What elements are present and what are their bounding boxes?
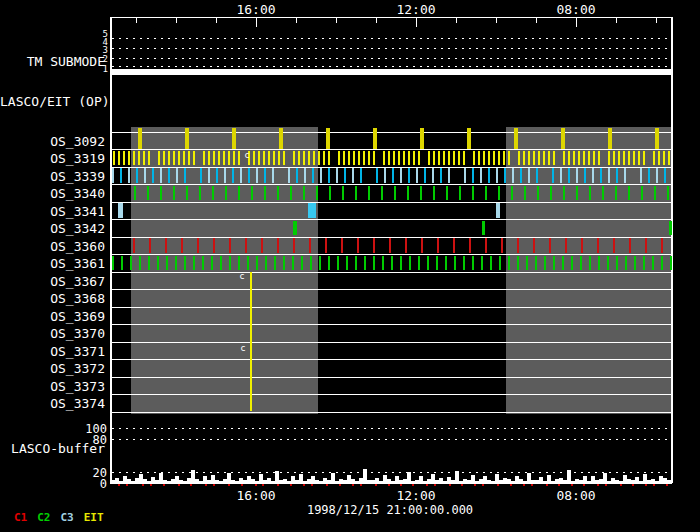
os-activity-bar [188, 151, 190, 166]
time-tick [576, 18, 577, 27]
os-activity-bar [472, 168, 474, 183]
os-activity-bar [304, 168, 306, 183]
buffer-red-dot [400, 484, 402, 486]
buffer-red-dot [213, 484, 215, 486]
os-row-separator [110, 359, 672, 360]
buffer-red-dot [632, 484, 634, 486]
os-activity-bar [344, 168, 346, 183]
os-activity-bar [118, 203, 123, 218]
instrument-legend: C1C2C3EIT [14, 511, 114, 524]
os-activity-bar [424, 168, 426, 183]
buffer-red-dot [571, 484, 573, 486]
os-activity-bar [216, 168, 218, 183]
os-activity-bar [403, 151, 405, 166]
os-activity-bar [303, 151, 305, 166]
os-activity-bar [238, 256, 240, 271]
os-activity-bar [533, 151, 535, 166]
buffer-red-dot [546, 484, 548, 486]
os-row-label: OS_3372 [0, 361, 105, 376]
os-activity-bar [310, 256, 312, 271]
os-activity-bar [363, 151, 365, 166]
bottom-time-label: 12:00 [396, 488, 435, 503]
os-activity-bar [133, 238, 135, 253]
os-activity-bar [625, 256, 627, 271]
os-activity-bar [528, 151, 530, 166]
os-activity-bar [113, 151, 115, 166]
os-activity-bar [309, 238, 311, 253]
os-activity-bar [329, 186, 331, 201]
os-activity-bar [407, 186, 409, 201]
os-activity-bar [168, 151, 170, 166]
os-activity-bar [550, 186, 552, 201]
os-activity-bar [232, 128, 236, 149]
os-activity-bar [440, 168, 442, 183]
buffer-red-dot [303, 484, 305, 486]
os-row-separator [110, 202, 672, 203]
os-activity-bar [343, 151, 345, 166]
legend-item-c2: C2 [37, 511, 50, 524]
os-activity-bar [400, 256, 402, 271]
os-activity-bar [123, 151, 125, 166]
os-activity-bar [634, 256, 636, 271]
tm-scale-label: 2 [94, 55, 108, 64]
os-activity-bar [616, 168, 618, 183]
buffer-red-dot [290, 484, 292, 486]
os-activity-bar [176, 168, 178, 183]
os-activity-bar [667, 186, 669, 201]
os-activity-bar [232, 168, 234, 183]
buffer-red-dot [163, 484, 165, 486]
os-activity-bar [268, 151, 270, 166]
os-activity-bar [233, 151, 235, 166]
buffer-red-dot [311, 484, 313, 486]
tm-submode-gridline [112, 58, 670, 60]
event-marker: c [240, 344, 245, 353]
os-activity-bar [467, 128, 471, 149]
os-activity-bar [134, 186, 136, 201]
os-activity-bar [278, 151, 280, 166]
os-activity-bar [652, 256, 654, 271]
buffer-red-dot [434, 484, 436, 486]
os-row-label: OS_3342 [0, 221, 105, 236]
buffer-red-dot [228, 484, 230, 486]
buffer-red-dot [412, 484, 414, 486]
os-activity-bar [498, 186, 500, 201]
os-activity-bar [316, 186, 318, 201]
os-activity-bar [633, 151, 635, 166]
os-activity-bar [384, 168, 386, 183]
buffer-red-dot [150, 484, 152, 486]
os-activity-bar [229, 238, 231, 253]
os-activity-bar [184, 168, 186, 183]
os-activity-bar [443, 151, 445, 166]
os-activity-bar [338, 151, 340, 166]
os-activity-bar [517, 238, 519, 253]
buffer-red-dot [360, 484, 362, 486]
top-axis-line [110, 17, 672, 18]
os-activity-bar [138, 128, 142, 149]
os-row-label: OS_3361 [0, 256, 105, 271]
os-row-label: OS_3319 [0, 151, 105, 166]
os-activity-bar [562, 256, 564, 271]
os-activity-bar [274, 256, 276, 271]
os-activity-bar [535, 256, 537, 271]
os-activity-bar [498, 151, 500, 166]
os-activity-bar [248, 168, 250, 183]
legend-item-c1: C1 [14, 511, 27, 524]
buffer-red-dot [277, 484, 279, 486]
os-activity-bar [420, 128, 424, 149]
os-activity-bar [165, 238, 167, 253]
os-activity-bar [648, 168, 650, 183]
os-activity-bar [548, 151, 550, 166]
os-row-separator [110, 377, 672, 378]
os-row-label: OS_3360 [0, 239, 105, 254]
os-activity-bar [661, 256, 663, 271]
os-row-separator [110, 167, 672, 168]
os-activity-bar [418, 151, 420, 166]
os-activity-bar [373, 128, 377, 149]
os-activity-bar [336, 168, 338, 183]
os-activity-bar [490, 256, 492, 271]
os-activity-bar [160, 168, 162, 183]
os-activity-bar [499, 256, 501, 271]
os-activity-bar [277, 238, 279, 253]
os-activity-bar [160, 186, 162, 201]
os-activity-bar [413, 151, 415, 166]
